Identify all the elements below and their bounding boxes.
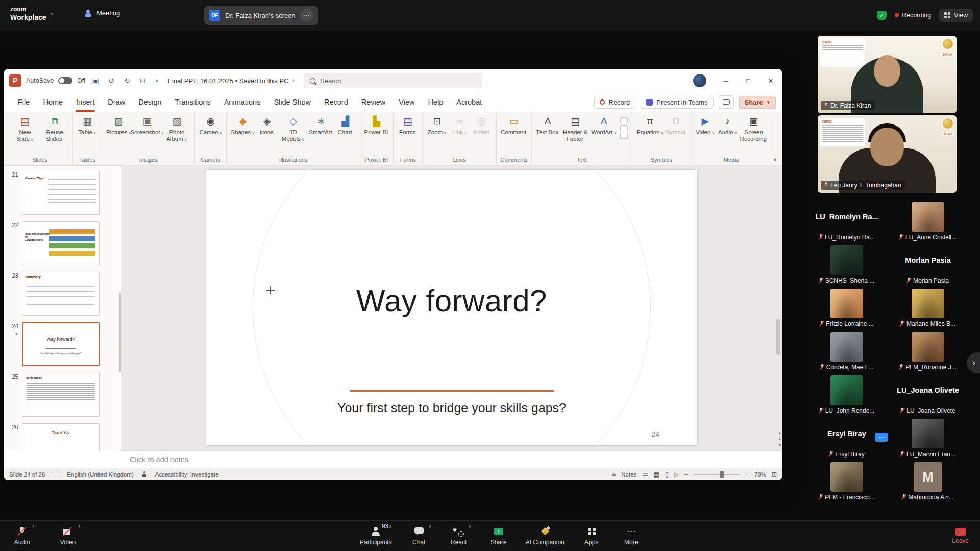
menu-item[interactable]: Draw: [101, 92, 132, 112]
view-button[interactable]: View: [939, 9, 973, 22]
slide-thumbnail[interactable]: Summary: [22, 272, 100, 316]
meeting-tab[interactable]: Meeting: [84, 9, 120, 17]
notes-pane[interactable]: Click to add notes: [121, 450, 782, 468]
ribbon-button[interactable]: π Equation∨: [635, 113, 665, 136]
ribbon-button[interactable]: ▨ Pictures∨: [105, 113, 132, 142]
participant-tile[interactable]: SCNHS_Shena ...: [808, 245, 885, 284]
toolbar-button[interactable]: ∧ Audio: [9, 526, 35, 546]
participant-tile[interactable]: M M Mahmooda Azi...: [890, 462, 966, 501]
ribbon-button[interactable]: ▙ Power BI: [363, 113, 390, 136]
toolbar-button[interactable]: Share: [486, 526, 511, 546]
accessibility-label[interactable]: Accessibility: Investigate: [155, 471, 219, 478]
video-tile-speaker[interactable]: ISRC DOAJ Dr. Faiza Kiran: [818, 36, 957, 113]
slide-title[interactable]: Way forward?: [206, 283, 697, 318]
menu-item[interactable]: View: [392, 92, 421, 112]
zoom-slider-thumb[interactable]: [720, 471, 724, 478]
present-in-teams-button[interactable]: Present in Teams: [641, 96, 713, 109]
caret-up-icon[interactable]: ∧: [389, 524, 392, 529]
ribbon-button[interactable]: ▤ Header & Footer: [560, 113, 590, 142]
slide-thumbnail[interactable]: General Tips: [22, 171, 100, 215]
shared-screen-tab[interactable]: DF Dr. Faiza Kiran's screen ⋯: [204, 6, 318, 25]
toolbar-button[interactable]: More: [619, 526, 644, 546]
slideshow-icon[interactable]: ⊡: [137, 75, 149, 86]
participant-tile[interactable]: Mariane Miles B...: [890, 289, 966, 328]
close-button[interactable]: ✕: [760, 69, 782, 92]
menu-item[interactable]: Transitions: [168, 92, 217, 112]
ribbon-button[interactable]: ▤ Forms: [397, 113, 419, 136]
menu-item[interactable]: Help: [421, 92, 450, 112]
undo-icon[interactable]: ↺: [106, 75, 117, 86]
ribbon-button[interactable]: ▣ Screen Recording: [739, 113, 769, 142]
menu-item[interactable]: Design: [132, 92, 168, 112]
caret-up-icon[interactable]: ∧: [429, 524, 432, 529]
ribbon-button[interactable]: ◎ Action: [471, 113, 493, 136]
slide-thumbnail[interactable]: References: [22, 373, 100, 417]
participant-tile[interactable]: Morlan Pasia Morlan Pasia Morlan Pasia: [890, 245, 966, 284]
ribbon-button[interactable]: ◆ Shapes∨: [230, 113, 256, 142]
fit-to-window-icon[interactable]: ⊡: [772, 471, 777, 478]
caret-up-icon[interactable]: ∧: [32, 524, 35, 529]
participant-tile[interactable]: PLM_Ronanne J...: [890, 332, 966, 371]
caret-up-icon[interactable]: ∧: [469, 524, 472, 529]
collapse-ribbon-icon[interactable]: ∨: [773, 157, 777, 162]
toolbar-button[interactable]: ∧ 93 Participants: [360, 526, 392, 546]
next-slide-icon[interactable]: ▾: [778, 443, 781, 447]
toolbar-button[interactable]: Apps: [579, 526, 604, 546]
ribbon-button[interactable]: ⊡ Zoom∨: [426, 113, 448, 136]
ribbon-button[interactable]: A WordArt∨: [590, 113, 618, 142]
menu-item[interactable]: Slide Show: [267, 92, 317, 112]
ribbon-button[interactable]: ◇ 3D Models∨: [278, 113, 308, 142]
zoom-workplace-logo[interactable]: zoom Workplace ∨: [10, 6, 54, 21]
menu-item[interactable]: Review: [355, 92, 393, 112]
slide-thumbnail[interactable]: Recommendations for Educationists: [22, 221, 100, 265]
redo-icon[interactable]: ↻: [121, 75, 133, 86]
language-label[interactable]: English (United Kingdom): [67, 471, 133, 478]
maximize-button[interactable]: □: [737, 69, 760, 92]
minimize-button[interactable]: ─: [715, 69, 737, 92]
tab-options-button[interactable]: ⋯: [300, 9, 313, 22]
ribbon-button[interactable]: ▦ Table∨: [76, 113, 99, 136]
ribbon-button[interactable]: ◈ Icons: [256, 113, 278, 142]
quick-access-caret-icon[interactable]: ∨: [153, 75, 160, 86]
ribbon-button[interactable]: ⧉ Reuse Slides: [40, 113, 69, 142]
menu-item[interactable]: File: [11, 92, 36, 112]
menu-item[interactable]: Home: [36, 92, 69, 112]
toolbar-button[interactable]: ∧ Chat: [406, 526, 432, 546]
participant-tile[interactable]: Ersyl Biray Ersyl Biray Ersyl Biray: [808, 419, 885, 458]
participant-tile[interactable]: Fritzie Lorraine ...: [808, 289, 885, 328]
previous-slide-icon[interactable]: ▴: [778, 437, 781, 441]
toolbar-button[interactable]: ∧ React: [446, 526, 472, 546]
security-shield-icon[interactable]: ✓: [877, 11, 887, 20]
save-icon[interactable]: ▣: [90, 75, 101, 86]
participant-tile[interactable]: LU_Anne Cristell...: [890, 202, 966, 241]
participant-tile[interactable]: Cordeta, Mae L...: [808, 332, 885, 371]
share-button[interactable]: Share ∨: [739, 96, 776, 109]
ribbon-button[interactable]: ◉ Cameo∨: [198, 113, 223, 136]
text-group-small-buttons[interactable]: [620, 117, 628, 139]
video-tile-speaker[interactable]: ISRC DOAJ Leo Janry T. Tumbagahan: [818, 115, 957, 193]
ribbon-button[interactable]: Ω Symbol: [665, 113, 687, 136]
zoom-in-icon[interactable]: +: [745, 471, 749, 478]
menu-item[interactable]: Record: [317, 92, 355, 112]
menu-item[interactable]: Insert: [69, 92, 101, 112]
menu-item[interactable]: Animations: [217, 92, 267, 112]
ribbon-button[interactable]: ▶ Video∨: [694, 113, 717, 142]
slide-sorter-icon[interactable]: ▦: [654, 471, 659, 478]
notes-toggle[interactable]: Notes: [621, 471, 636, 478]
zoom-slider[interactable]: [694, 474, 740, 475]
ribbon-button[interactable]: ∞ Link∨: [448, 113, 471, 136]
participant-tile[interactable]: LU_Marvin Fran...: [890, 419, 966, 458]
slideshow-view-icon[interactable]: ▷: [674, 471, 679, 478]
toolbar-button[interactable]: AI Companion: [526, 526, 565, 546]
tile-options-badge[interactable]: ⋯: [875, 433, 888, 442]
vertical-scrollbar[interactable]: [776, 319, 780, 355]
ribbon-button[interactable]: A Text Box: [535, 113, 560, 142]
record-button[interactable]: Record: [594, 96, 635, 109]
slide-subtitle[interactable]: Your first step to bridge your skills ga…: [206, 400, 697, 415]
toolbar-button[interactable]: ∧ Video: [55, 526, 81, 546]
ribbon-button[interactable]: ∗ SmartArt: [308, 113, 334, 142]
autosave-toggle[interactable]: [58, 77, 72, 84]
slide-thumbnail[interactable]: Thank You: [22, 423, 100, 450]
ribbon-button[interactable]: ▧ Photo Album∨: [162, 113, 191, 142]
ribbon-button[interactable]: ♪ Audio∨: [717, 113, 739, 142]
